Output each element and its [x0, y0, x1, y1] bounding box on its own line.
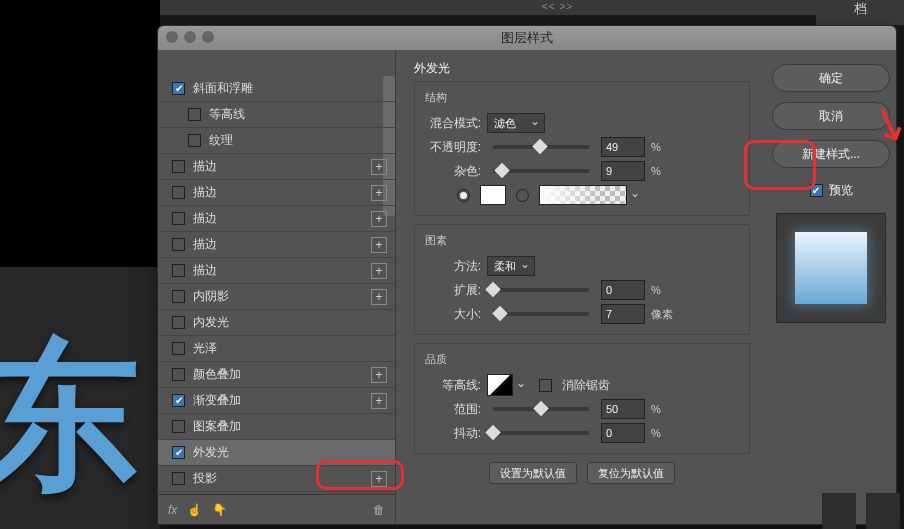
contour-label: 等高线: [425, 377, 481, 394]
effect-checkbox[interactable] [172, 238, 185, 251]
fx-down-icon[interactable]: 👇 [212, 503, 227, 517]
contour-picker[interactable] [487, 374, 513, 396]
effect-checkbox[interactable] [172, 264, 185, 277]
effect-checkbox[interactable] [172, 160, 185, 173]
effect-checkbox[interactable] [172, 342, 185, 355]
effect-checkbox[interactable] [172, 368, 185, 381]
jitter-unit: % [651, 427, 677, 439]
window-minimize-icon[interactable] [184, 31, 196, 43]
right-slots [822, 493, 900, 529]
effect-checkbox[interactable]: ✔ [172, 394, 185, 407]
effect-label: 描边 [193, 236, 217, 253]
range-input[interactable] [601, 399, 645, 419]
add-effect-icon[interactable]: + [371, 263, 387, 279]
spread-input[interactable] [601, 280, 645, 300]
effect-checkbox[interactable] [172, 316, 185, 329]
add-effect-icon[interactable]: + [371, 367, 387, 383]
effect-item[interactable]: 颜色叠加+ [158, 362, 395, 388]
add-effect-icon[interactable]: + [371, 211, 387, 227]
group-structure-title: 结构 [425, 90, 739, 105]
add-effect-icon[interactable]: + [371, 393, 387, 409]
gradient-swatch[interactable] [539, 185, 627, 205]
effects-footer: fx ☝ 👇 🗑 [158, 494, 395, 524]
fx-up-icon[interactable]: ☝ [187, 503, 202, 517]
effect-item[interactable]: 描边+ [158, 206, 395, 232]
jitter-label: 抖动: [425, 425, 481, 442]
effect-item[interactable]: 描边+ [158, 258, 395, 284]
slot [822, 493, 856, 529]
new-style-button[interactable]: 新建样式... [772, 140, 890, 168]
effect-checkbox[interactable] [172, 186, 185, 199]
size-input[interactable] [601, 304, 645, 324]
effect-item[interactable]: 投影+ [158, 466, 395, 492]
noise-input[interactable] [601, 161, 645, 181]
effect-checkbox[interactable] [172, 472, 185, 485]
effect-item[interactable]: 描边+ [158, 154, 395, 180]
window-zoom-icon[interactable] [202, 31, 214, 43]
effect-item[interactable]: 等高线 [158, 102, 395, 128]
effect-item[interactable]: ✔斜面和浮雕 [158, 76, 395, 102]
color-swatch[interactable] [480, 185, 506, 205]
effect-label: 描边 [193, 262, 217, 279]
blend-mode-dropdown[interactable]: 滤色 [487, 113, 545, 133]
cancel-button[interactable]: 取消 [772, 102, 890, 130]
size-slider[interactable] [493, 312, 589, 316]
effect-item[interactable]: ✔渐变叠加+ [158, 388, 395, 414]
top-tag: 档 [816, 0, 904, 25]
effect-checkbox[interactable] [188, 134, 201, 147]
opacity-input[interactable] [601, 137, 645, 157]
effect-checkbox[interactable] [188, 108, 201, 121]
technique-dropdown[interactable]: 柔和 [487, 256, 535, 276]
color-radio[interactable] [457, 189, 470, 202]
effect-item[interactable]: 纹理 [158, 128, 395, 154]
gradient-radio[interactable] [516, 189, 529, 202]
noise-slider[interactable] [493, 169, 589, 173]
preview-box [776, 213, 886, 323]
range-slider[interactable] [493, 407, 589, 411]
effect-item[interactable]: 内阴影+ [158, 284, 395, 310]
preview-checkbox[interactable]: ✔ [810, 184, 823, 197]
size-unit: 像素 [651, 307, 677, 322]
effect-item[interactable]: 内发光 [158, 310, 395, 336]
effect-item[interactable]: 描边+ [158, 232, 395, 258]
app-topbar: << >> [160, 0, 904, 15]
jitter-input[interactable] [601, 423, 645, 443]
reset-default-button[interactable]: 复位为默认值 [587, 462, 675, 484]
effect-label: 内发光 [193, 314, 229, 331]
effect-item[interactable]: 光泽 [158, 336, 395, 362]
effect-label: 外发光 [193, 444, 229, 461]
jitter-slider[interactable] [493, 431, 589, 435]
effect-label: 描边 [193, 158, 217, 175]
fx-menu-icon[interactable]: fx [168, 503, 177, 517]
effect-checkbox[interactable] [172, 420, 185, 433]
effect-checkbox[interactable]: ✔ [172, 446, 185, 459]
set-default-button[interactable]: 设置为默认值 [489, 462, 577, 484]
add-effect-icon[interactable]: + [371, 237, 387, 253]
antialias-checkbox[interactable] [539, 379, 552, 392]
window-close-icon[interactable] [166, 31, 178, 43]
noise-label: 杂色: [425, 163, 481, 180]
group-elements-title: 图素 [425, 233, 739, 248]
effect-item[interactable]: 描边+ [158, 180, 395, 206]
ok-button[interactable]: 确定 [772, 64, 890, 92]
effect-item[interactable]: ✔外发光 [158, 440, 395, 466]
bg-sample-glyph: 东 [0, 310, 140, 526]
panel-collapse-icon[interactable]: << >> [542, 1, 573, 12]
technique-label: 方法: [425, 258, 481, 275]
dialog-titlebar[interactable]: 图层样式 [158, 26, 896, 50]
group-quality-title: 品质 [425, 352, 739, 367]
opacity-slider[interactable] [493, 145, 589, 149]
effect-checkbox[interactable] [172, 212, 185, 225]
group-quality: 品质 等高线: 消除锯齿 范围: % 抖动: [414, 343, 750, 454]
spread-slider[interactable] [493, 288, 589, 292]
add-effect-icon[interactable]: + [371, 185, 387, 201]
effect-label: 图案叠加 [193, 418, 241, 435]
effect-label: 内阴影 [193, 288, 229, 305]
add-effect-icon[interactable]: + [371, 159, 387, 175]
effect-checkbox[interactable] [172, 290, 185, 303]
add-effect-icon[interactable]: + [371, 471, 387, 487]
add-effect-icon[interactable]: + [371, 289, 387, 305]
trash-icon[interactable]: 🗑 [373, 503, 385, 517]
effect-checkbox[interactable]: ✔ [172, 82, 185, 95]
effect-item[interactable]: 图案叠加 [158, 414, 395, 440]
